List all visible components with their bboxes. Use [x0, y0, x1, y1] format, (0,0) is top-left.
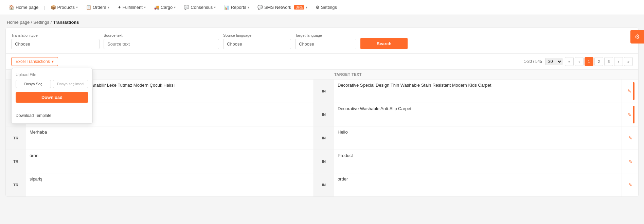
target-lang-cell: IN	[314, 80, 334, 103]
toolbar-row: Excel Transactions ▾ Upload File Dosya S…	[6, 54, 638, 70]
search-button[interactable]: Search	[360, 38, 408, 49]
edit-button[interactable]: ✎	[627, 181, 634, 189]
orange-bar	[633, 106, 634, 123]
edit-button[interactable]: ✎	[626, 87, 633, 95]
chevron-down-icon: ▾	[174, 5, 176, 9]
consensus-icon: 💬	[184, 5, 189, 10]
table-row: TR Merhaba IN Hello ✎	[6, 126, 638, 150]
page-2-button[interactable]: 2	[594, 57, 603, 66]
table-body: Dekoratif Özel Tasarım İnce Yıkanabilir …	[6, 80, 638, 196]
download-button[interactable]: Download	[16, 92, 88, 103]
prev-page-button[interactable]: ‹	[575, 57, 584, 66]
chevron-down-icon: ▾	[76, 5, 78, 9]
target-lang-cell: IN	[314, 103, 334, 126]
nav-cargo[interactable]: 🚚 Cargo ▾	[150, 3, 179, 12]
action-cell: ✎	[622, 103, 638, 126]
sms-icon: 💬	[257, 5, 263, 10]
nav-consensus[interactable]: 💬 Consensus ▾	[180, 3, 219, 12]
page-size-select[interactable]: 20 50 100	[545, 58, 562, 65]
choose-file-button[interactable]: Dosya Seç	[16, 80, 51, 88]
breadcrumb-current: Translations	[53, 20, 79, 25]
source-text-label: Source text	[104, 33, 219, 37]
target-text-input[interactable]: Decorative Washable Anti-Slip Carpet	[338, 106, 618, 123]
target-text-cell: Decorative Washable Anti-Slip Carpet	[334, 103, 622, 126]
action-cell: ✎	[622, 80, 638, 103]
excel-transactions-button[interactable]: Excel Transactions ▾	[11, 57, 58, 66]
last-page-button[interactable]: »	[624, 57, 633, 66]
home-icon: 🏠	[9, 5, 14, 10]
excel-dropdown-menu: Upload File Dosya Seç Dosya seçilmedi Do…	[11, 68, 93, 124]
nav-label: Orders	[93, 5, 106, 10]
fulfillment-icon: ✦	[118, 5, 121, 10]
target-text-cell: Product	[334, 150, 622, 173]
settings-gear-button[interactable]: ⚙	[630, 30, 644, 44]
source-text-cell: Merhaba	[26, 126, 314, 150]
next-page-button[interactable]: ›	[614, 57, 623, 66]
nav-label: SMS Network	[264, 5, 291, 10]
dropdown-divider	[16, 109, 88, 109]
source-language-group: Source language	[223, 33, 291, 49]
edit-button[interactable]: ✎	[627, 157, 634, 166]
target-text-input[interactable]: Decorative Special Design Thin Washable …	[338, 82, 618, 100]
nav-reports[interactable]: 📊 Reports ▾	[220, 3, 253, 12]
first-page-button[interactable]: «	[565, 57, 574, 66]
source-text-cell: ürün	[26, 150, 314, 173]
table-row: TR sipariş IN order ✎	[6, 173, 638, 196]
cargo-icon: 🚚	[154, 5, 159, 10]
col-target-lang	[314, 72, 334, 76]
source-text-input[interactable]	[104, 39, 219, 49]
target-text-input[interactable]: Product	[338, 153, 618, 170]
breadcrumb-home[interactable]: Home page	[7, 20, 30, 25]
nav-settings[interactable]: ⚙ Settings	[312, 3, 340, 12]
page-3-button[interactable]: 3	[604, 57, 613, 66]
target-language-input[interactable]	[295, 39, 356, 49]
nav-homepage[interactable]: 🏠 Home page	[5, 3, 42, 12]
nav-label: Cargo	[161, 5, 173, 10]
download-template-link[interactable]: Download Template	[16, 112, 88, 119]
source-text-group: Source text	[104, 33, 219, 49]
nav-sms-network[interactable]: 💬 SMS Network Beta ▾	[254, 3, 311, 12]
translation-type-group: Translation type	[11, 33, 100, 49]
nav-label: Settings	[321, 5, 337, 10]
orange-bar	[633, 82, 634, 100]
nav-orders[interactable]: 📋 Orders ▾	[83, 3, 113, 12]
target-text-input[interactable]: order	[338, 176, 618, 194]
target-language-label: Target language	[295, 33, 356, 37]
chevron-down-icon: ▾	[108, 5, 109, 9]
source-language-input[interactable]	[223, 39, 291, 49]
pagination-info: 1-20 / 545	[524, 59, 542, 64]
translation-type-input[interactable]	[11, 39, 100, 49]
source-text-input[interactable]: Merhaba	[30, 129, 310, 147]
edit-button[interactable]: ✎	[627, 134, 634, 142]
nav-label: Home page	[16, 5, 38, 10]
upload-file-row: Dosya Seç Dosya seçilmedi	[16, 80, 88, 88]
nav-products[interactable]: 📦 Products ▾	[47, 3, 81, 12]
target-language-group: Target language	[295, 33, 356, 49]
source-lang-cell: TR	[6, 126, 26, 150]
chevron-down-icon: ▾	[214, 5, 216, 9]
main-content: Translation type Source text Source lang…	[5, 28, 639, 197]
action-cell: ✎	[622, 150, 638, 173]
source-text-input[interactable]: sipariş	[30, 176, 310, 194]
nav-label: Consensus	[191, 5, 213, 10]
source-lang-cell: TR	[6, 150, 26, 173]
page-1-button[interactable]: 1	[585, 57, 593, 66]
breadcrumb: Home page / Settings / Translations	[0, 15, 644, 28]
table-row: IN Decorative Washable Anti-Slip Carpet …	[6, 103, 638, 126]
settings-icon: ⚙	[316, 5, 320, 10]
beta-badge: Beta	[294, 5, 304, 10]
nav-label: Reports	[231, 5, 246, 10]
target-lang-cell: IN	[314, 150, 334, 173]
source-text-cell: sipariş	[26, 173, 314, 196]
source-lang-cell: TR	[6, 173, 26, 196]
nav-label: Fulfillment	[123, 5, 143, 10]
nav-fulfillment[interactable]: ✦ Fulfillment ▾	[114, 3, 149, 12]
products-icon: 📦	[51, 5, 56, 10]
source-text-input[interactable]: ürün	[30, 153, 310, 170]
edit-button[interactable]: ✎	[626, 110, 633, 119]
target-text-input[interactable]: Hello	[338, 129, 618, 147]
target-text-cell: order	[334, 173, 622, 196]
target-text-cell: Hello	[334, 126, 622, 150]
breadcrumb-settings[interactable]: Settings	[33, 20, 49, 25]
reports-icon: 📊	[224, 5, 229, 10]
